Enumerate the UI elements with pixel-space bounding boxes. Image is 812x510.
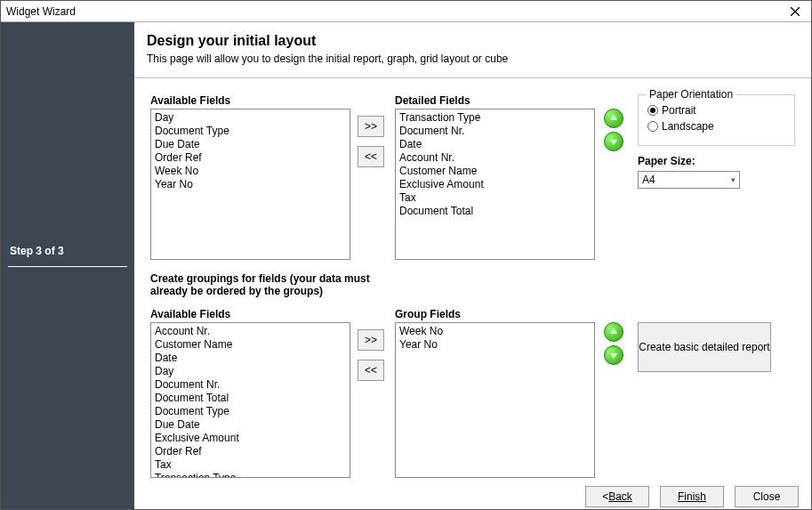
layout-row-bottom: Available Fields Account Nr.Customer Nam… (150, 308, 795, 478)
group-fields-label: Group Fields (395, 308, 595, 320)
step-underline (8, 266, 127, 267)
list-item[interactable]: Document Nr. (155, 378, 346, 392)
list-item[interactable]: Week No (155, 165, 346, 178)
chevron-down-icon: ▾ (731, 175, 736, 184)
list-item[interactable]: Order Ref (155, 151, 346, 165)
available-fields-label: Available Fields (150, 94, 350, 107)
layout-row-top: Available Fields DayDocument TypeDue Dat… (150, 94, 795, 260)
list-item[interactable]: Document Total (399, 205, 591, 218)
list-item[interactable]: Tax (399, 191, 591, 205)
group-move-up-button[interactable] (604, 322, 623, 342)
group-move-left-button[interactable]: << (358, 360, 384, 381)
move-left-button[interactable]: << (358, 146, 384, 167)
page-subtitle: This page will allow you to design the i… (147, 53, 799, 65)
available-fields-column: Available Fields DayDocument TypeDue Dat… (150, 94, 350, 260)
move-up-button[interactable] (604, 109, 623, 128)
close-icon (791, 7, 800, 16)
list-item[interactable]: Account Nr. (155, 325, 346, 338)
paper-size-select[interactable]: A4 ▾ (638, 171, 740, 189)
paper-orientation-group: Paper Orientation Portrait Landscape (638, 94, 795, 146)
close-button[interactable] (784, 3, 806, 20)
list-item[interactable]: Document Type (155, 405, 346, 418)
move-buttons-top: >> << (358, 94, 388, 167)
list-item[interactable]: Year No (399, 338, 591, 352)
list-item[interactable]: Due Date (155, 418, 346, 432)
list-item[interactable]: Exclusive Amount (399, 178, 591, 191)
list-item[interactable]: Year No (155, 178, 346, 191)
body: Step 3 of 3 Design your initial layout T… (1, 22, 811, 509)
wizard-footer: < Back Finish Close (134, 483, 811, 509)
portrait-label: Portrait (662, 104, 696, 117)
list-item[interactable]: Document Nr. (399, 125, 591, 138)
group-available-label: Available Fields (150, 308, 350, 320)
landscape-label: Landscape (662, 120, 714, 133)
group-move-right-button[interactable]: >> (358, 329, 384, 351)
detailed-fields-label: Detailed Fields (395, 94, 595, 107)
arrow-down-icon (609, 351, 618, 360)
arrow-up-icon (609, 114, 618, 123)
list-item[interactable]: Date (399, 138, 591, 151)
group-fields-list[interactable]: Week NoYear No (395, 322, 595, 478)
move-right-button[interactable]: >> (358, 116, 384, 137)
list-item[interactable]: Exclusive Amount (155, 432, 346, 445)
header-area: Design your initial layout This page wil… (134, 22, 811, 72)
move-buttons-bottom: >> << (358, 308, 388, 381)
list-item[interactable]: Due Date (155, 138, 346, 151)
titlebar: Widget Wizard (1, 1, 811, 22)
main: Design your initial layout This page wil… (134, 22, 811, 509)
arrow-down-icon (609, 137, 618, 146)
list-item[interactable]: Document Total (155, 392, 346, 405)
paper-orientation-legend: Paper Orientation (646, 88, 736, 101)
grouping-header: Create groupings for fields (your data m… (150, 272, 382, 297)
reorder-buttons-top (602, 94, 625, 151)
page-title: Design your initial layout (147, 33, 799, 49)
list-item[interactable]: Week No (399, 325, 591, 338)
widget-wizard-window: Widget Wizard Step 3 of 3 Design your in… (0, 0, 812, 510)
landscape-radio[interactable] (647, 121, 658, 132)
arrow-up-icon (609, 328, 618, 336)
paper-size-label: Paper Size: (638, 155, 795, 167)
create-basic-report-button[interactable]: Create basic detailed report (638, 322, 771, 372)
paper-size-value: A4 (642, 174, 655, 186)
create-report-column: Create basic detailed report (632, 308, 795, 372)
step-label: Step 3 of 3 (1, 245, 134, 266)
detailed-fields-column: Detailed Fields Transaction TypeDocument… (395, 94, 595, 260)
paper-settings-column: Paper Orientation Portrait Landscape Pap… (632, 94, 795, 189)
available-fields-list[interactable]: DayDocument TypeDue DateOrder RefWeek No… (150, 109, 350, 260)
portrait-radio[interactable] (647, 105, 658, 116)
group-available-column: Available Fields Account Nr.Customer Nam… (150, 308, 350, 478)
detailed-fields-list[interactable]: Transaction TypeDocument Nr.DateAccount … (395, 109, 595, 260)
list-item[interactable]: Day (155, 111, 346, 125)
sidebar: Step 3 of 3 (1, 22, 134, 509)
list-item[interactable]: Order Ref (155, 445, 346, 458)
list-item[interactable]: Transaction Type (155, 472, 346, 478)
list-item[interactable]: Day (155, 365, 346, 378)
list-item[interactable]: Tax (155, 458, 346, 472)
list-item[interactable]: Transaction Type (399, 111, 591, 125)
group-available-list[interactable]: Account Nr.Customer NameDateDayDocument … (150, 322, 350, 478)
move-down-button[interactable] (604, 132, 623, 151)
list-item[interactable]: Account Nr. (399, 151, 591, 165)
list-item[interactable]: Customer Name (399, 165, 591, 178)
list-item[interactable]: Document Type (155, 125, 346, 138)
portrait-radio-row[interactable]: Portrait (647, 104, 785, 117)
back-button[interactable]: < Back (585, 486, 649, 507)
landscape-radio-row[interactable]: Landscape (647, 120, 785, 133)
list-item[interactable]: Customer Name (155, 338, 346, 352)
content: Available Fields DayDocument TypeDue Dat… (134, 78, 811, 483)
close-footer-button[interactable]: Close (735, 486, 799, 507)
reorder-buttons-bottom (602, 308, 625, 365)
finish-button[interactable]: Finish (660, 486, 724, 507)
list-item[interactable]: Date (155, 352, 346, 365)
group-move-down-button[interactable] (604, 345, 623, 365)
window-title: Widget Wizard (6, 5, 76, 18)
group-fields-column: Group Fields Week NoYear No (395, 308, 595, 478)
